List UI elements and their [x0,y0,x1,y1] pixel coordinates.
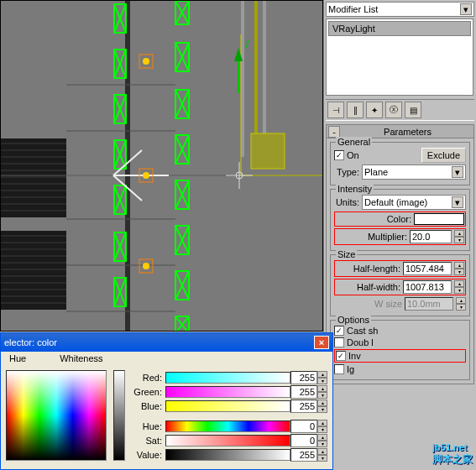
sat-spinner[interactable]: ▴▾ [317,434,327,447]
modifier-stack-item[interactable]: VRayLight [328,21,471,36]
cast-shadows-label: Cast sh [347,326,378,336]
whiteness-header: Whiteness [60,353,102,363]
hue-spinner[interactable]: ▴▾ [317,420,327,433]
red-spinner[interactable]: ▴▾ [317,371,327,384]
ignore-label: Ig [347,364,354,374]
size-label: Size [336,249,357,259]
units-label: Units: [334,197,359,207]
watermark-site: jb51.net [432,442,473,452]
svg-point-96 [143,263,149,269]
ignore-checkbox[interactable] [334,364,344,374]
value-spinner[interactable]: ▴▾ [317,448,327,462]
sat-slider[interactable] [165,435,290,446]
hue-input[interactable] [290,420,317,433]
invisible-label: Inv [348,351,361,361]
half-width-label: Half-width: [336,282,400,292]
w-size-spinner: ▴▾ [456,297,466,311]
dialog-title: elector: color [4,337,57,347]
half-length-input[interactable] [403,262,452,275]
rollout-title: Parameters [343,127,472,137]
remove-modifier-icon[interactable]: ⓧ [385,102,402,118]
svg-point-94 [143,172,149,179]
hue-label: Hue: [132,421,165,431]
configure-sets-icon[interactable]: ▤ [405,102,421,118]
sat-input[interactable] [290,434,317,447]
invisible-checkbox[interactable]: ✓ [336,351,346,361]
close-icon[interactable]: × [314,336,329,349]
red-input[interactable] [290,371,317,384]
units-dropdown[interactable]: Default (image) ▾ [362,195,466,210]
watermark-name: 脚本之家 [432,452,473,467]
double-sided-checkbox[interactable] [334,337,344,347]
value-slider[interactable] [113,370,125,461]
on-label: On [347,150,359,160]
color-selector-dialog: elector: color × Hue Whiteness Red:▴▾ Gr… [0,332,333,470]
blue-spinner[interactable]: ▴▾ [317,400,327,413]
hue-slider[interactable] [165,420,290,432]
hue-header: Hue [9,353,26,363]
pin-icon[interactable]: ⊣ [327,102,344,118]
parameters-rollout: - Parameters General ✓ On Exclude Type: … [326,124,474,384]
blue-slider[interactable] [165,400,290,412]
intensity-label: Intensity [336,184,374,194]
half-length-label: Half-length: [336,264,400,274]
multiplier-spinner[interactable]: ▴▾ [454,230,464,243]
blue-input[interactable] [290,400,317,413]
green-spinner[interactable]: ▴▾ [317,385,327,399]
viewport[interactable]: 7 [0,0,323,332]
modifier-list-label: Modifier List [328,4,378,14]
svg-rect-80 [251,133,285,169]
value-slider-bar[interactable] [165,449,290,461]
modifier-panel: Modifier List ▾ VRayLight ⊣ ‖ ✦ ⓧ ▤ - Pa… [323,0,476,470]
on-checkbox[interactable]: ✓ [334,150,344,160]
exclude-button[interactable]: Exclude [421,148,466,163]
make-unique-icon[interactable]: ✦ [366,102,383,118]
type-dropdown[interactable]: Plane ▾ [362,164,466,180]
intensity-group: Intensity Units: Default (image) ▾ Color… [330,189,470,251]
chevron-down-icon: ▾ [460,3,472,15]
modifier-toolbar: ⊣ ‖ ✦ ⓧ ▤ [326,99,474,121]
chevron-down-icon: ▾ [452,196,463,208]
value-input[interactable] [290,448,317,462]
green-input[interactable] [290,385,317,399]
double-sided-label: Doub l [347,337,374,347]
dialog-titlebar[interactable]: elector: color × [1,333,332,352]
half-width-input[interactable] [403,280,452,294]
show-end-result-icon[interactable]: ‖ [347,102,364,118]
watermark: jb51.net 脚本之家 [432,442,473,467]
hue-saturation-picker[interactable] [6,370,107,461]
green-label: Green: [132,387,165,397]
blue-label: Blue: [132,401,165,411]
modifier-stack[interactable]: VRayLight [326,18,473,96]
svg-rect-1 [241,1,244,157]
color-swatch[interactable] [414,213,464,225]
w-size-label: W size [334,299,402,309]
cast-shadows-checkbox[interactable]: ✓ [334,326,344,336]
options-label: Options [336,315,371,325]
size-group: Size Half-length: ▴▾ Half-width: ▴▾ W si… [330,254,470,316]
w-size-input [405,297,453,311]
value-label: Value: [132,450,165,460]
rollout-collapse-icon[interactable]: - [328,126,340,138]
multiplier-label: Multiplier: [336,232,407,242]
options-group: Options ✓Cast sh Doub l ✓Inv Ig [330,320,470,380]
units-value: Default (image) [364,197,427,207]
modifier-list-dropdown[interactable]: Modifier List ▾ [326,2,474,17]
sat-label: Sat: [132,436,165,446]
half-length-spinner[interactable]: ▴▾ [454,262,464,275]
multiplier-input[interactable] [410,230,452,243]
red-slider[interactable] [165,372,290,384]
rgb-inputs: Red:▴▾ Green:▴▾ Blue:▴▾ Hue:▴▾ Sat:▴▾ Va… [132,370,327,462]
general-group: General ✓ On Exclude Type: Plane ▾ [330,142,470,185]
axis-label: 7 [244,39,249,50]
general-label: General [336,137,372,147]
red-label: Red: [132,373,165,383]
chevron-down-icon: ▾ [452,166,463,178]
color-label: Color: [336,214,411,224]
type-value: Plane [364,167,388,177]
type-label: Type: [334,167,359,177]
green-slider[interactable] [165,386,290,398]
half-width-spinner[interactable]: ▴▾ [454,280,464,294]
svg-point-92 [143,58,149,65]
